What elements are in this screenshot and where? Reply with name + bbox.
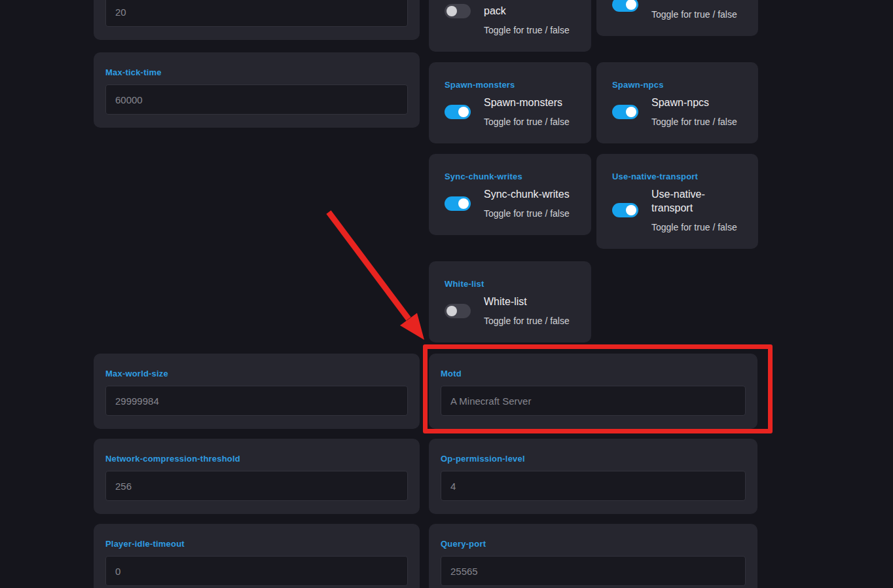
toggle-label: Use-native-transport (651, 187, 745, 215)
toggle-hint: Toggle for true / false (484, 24, 570, 36)
card-top-right-partial: Toggle for true / false (596, 0, 758, 36)
card-max-tick-time: Max-tick-time (94, 52, 420, 128)
resource-pack-toggle[interactable] (445, 4, 471, 18)
card-top-left-partial (94, 0, 420, 40)
motd-input[interactable] (441, 386, 746, 416)
top-left-partial-input[interactable] (105, 0, 408, 27)
query-port-input[interactable] (441, 556, 746, 586)
card-network-compression-threshold: Network-compression-threshold (94, 439, 420, 514)
annotation-arrow-shaft (329, 212, 409, 319)
card-title: Use-native-transport (612, 171, 745, 182)
toggle-label (651, 0, 737, 2)
server-settings-page: Max-tick-time Max-world-size Network-com… (0, 0, 893, 588)
toggle-knob (458, 198, 469, 209)
toggle-label: Sync-chunk-writes (484, 187, 570, 201)
card-resource-pack-partial: pack Toggle for true / false (429, 0, 591, 52)
card-spawn-monsters: Spawn-monsters Spawn-monsters Toggle for… (429, 62, 591, 143)
max-world-size-input[interactable] (105, 386, 408, 416)
card-title: White-list (445, 278, 578, 289)
max-tick-time-input[interactable] (105, 84, 408, 115)
toggle-label: pack (484, 4, 570, 18)
card-use-native-transport: Use-native-transport Use-native-transpor… (596, 154, 758, 249)
card-title: Spawn-monsters (445, 79, 578, 90)
spawn-monsters-toggle[interactable] (445, 105, 471, 119)
card-title: Max-world-size (105, 368, 408, 379)
white-list-toggle[interactable] (445, 304, 471, 318)
toggle-label: White-list (484, 295, 570, 308)
toggle-hint: Toggle for true / false (651, 221, 745, 233)
card-op-permission-level: Op-permission-level (429, 439, 757, 514)
toggle-knob (446, 6, 457, 16)
sync-chunk-writes-toggle[interactable] (445, 196, 471, 211)
card-title: Motd (441, 368, 746, 379)
spawn-npcs-toggle[interactable] (612, 105, 638, 119)
card-title: Op-permission-level (441, 453, 746, 464)
toggle-knob (626, 205, 636, 215)
card-title: Network-compression-threshold (105, 453, 408, 464)
card-sync-chunk-writes: Sync-chunk-writes Sync-chunk-writes Togg… (429, 154, 591, 235)
use-native-transport-toggle[interactable] (612, 203, 638, 217)
toggle-knob (626, 0, 636, 10)
toggle-knob (446, 306, 457, 316)
toggle-hint: Toggle for true / false (484, 315, 570, 327)
toggle-knob (626, 107, 636, 117)
toggle-label: Spawn-monsters (484, 96, 570, 109)
toggle-label: Spawn-npcs (651, 96, 737, 109)
toggle-hint: Toggle for true / false (484, 208, 570, 219)
card-white-list: White-list White-list Toggle for true / … (429, 261, 591, 342)
top-right-toggle[interactable] (612, 0, 638, 12)
card-title: Spawn-npcs (612, 79, 745, 90)
toggle-hint: Toggle for true / false (651, 116, 737, 128)
card-motd: Motd (429, 354, 757, 429)
toggle-hint: Toggle for true / false (651, 9, 737, 20)
card-player-idle-timeout: Player-idle-timeout (94, 524, 420, 588)
player-idle-timeout-input[interactable] (105, 556, 408, 586)
toggle-hint: Toggle for true / false (484, 116, 570, 128)
op-permission-level-input[interactable] (441, 471, 746, 501)
card-title: Query-port (441, 538, 746, 549)
toggle-knob (458, 107, 469, 117)
network-compression-threshold-input[interactable] (105, 471, 408, 501)
card-title: Max-tick-time (105, 67, 408, 78)
card-max-world-size: Max-world-size (94, 354, 420, 429)
annotation-arrow-head (400, 313, 424, 340)
card-query-port: Query-port (429, 524, 757, 588)
card-title: Sync-chunk-writes (445, 171, 578, 182)
card-spawn-npcs: Spawn-npcs Spawn-npcs Toggle for true / … (596, 62, 758, 143)
card-title: Player-idle-timeout (105, 538, 408, 549)
